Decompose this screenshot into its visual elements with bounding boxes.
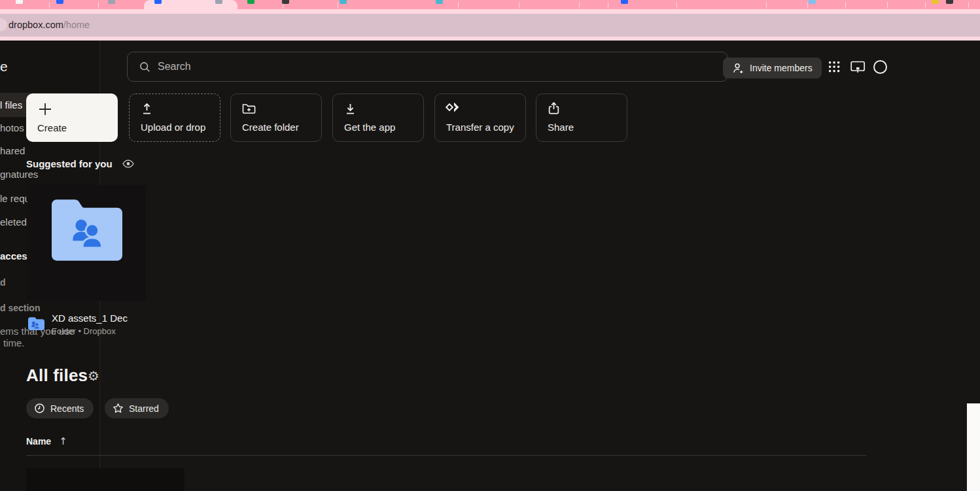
tab-favicon[interactable] (946, 0, 953, 4)
tab-separator (608, 2, 608, 8)
tab-separator (458, 2, 459, 8)
sidebar-helper-text-line2: time. (3, 337, 25, 349)
tab-separator (925, 2, 926, 8)
browser-tab-bar[interactable] (0, 0, 980, 9)
suggested-folder-meta: Folder • Dropbox (52, 326, 116, 336)
get-the-app-button[interactable]: Get the app (332, 93, 424, 142)
tab-favicon[interactable] (621, 0, 628, 4)
account-avatar[interactable] (873, 60, 887, 74)
tab-favicon[interactable] (247, 0, 254, 4)
overlapping-window-edge (967, 403, 980, 491)
address-bar-left-icon (0, 18, 7, 31)
tab-favicon[interactable] (16, 0, 23, 4)
sidebar-item-shared[interactable]: hared (0, 144, 25, 158)
dropbox-home-page: dropbox.com/home e l files hotos hared g… (0, 0, 980, 491)
suggested-folder-name: XD assets_1 Dec (52, 313, 128, 324)
url-host: dropbox.com (9, 20, 63, 30)
sidebar-item-label: l files (0, 93, 22, 117)
eye-icon[interactable] (122, 160, 134, 168)
app-grid-icon[interactable] (829, 61, 840, 73)
tab-separator (968, 2, 969, 8)
transfer-icon (446, 101, 461, 114)
suggested-section-header: Suggested for you (26, 158, 134, 169)
starred-filter-button[interactable]: Starred (105, 398, 169, 418)
create-folder-button[interactable]: Create folder (230, 93, 322, 142)
sidebar-item-starred[interactable]: d (0, 277, 6, 288)
tab-separator (807, 2, 808, 8)
tab-separator (766, 2, 767, 8)
share-label: Share (548, 122, 574, 133)
search-input[interactable]: Search (127, 52, 728, 82)
folder-plus-icon (241, 101, 256, 116)
shared-folder-icon (52, 199, 122, 261)
tab-separator (49, 2, 50, 8)
name-column-header[interactable]: Name ↑ (26, 435, 67, 447)
share-button[interactable]: Share (536, 93, 627, 142)
tab-favicon[interactable] (809, 0, 816, 4)
create-folder-label: Create folder (242, 122, 299, 133)
person-add-icon (732, 62, 744, 75)
starred-label: Starred (129, 403, 159, 414)
dropbox-app: e l files hotos hared gnatures le reques… (0, 41, 980, 491)
get-the-app-label: Get the app (344, 122, 395, 133)
sidebar-item-add-section[interactable]: d section (0, 302, 40, 314)
tab-separator (579, 2, 580, 8)
invite-members-label: Invite members (750, 63, 813, 73)
create-label: Create (37, 122, 67, 133)
clock-icon (34, 403, 45, 414)
download-icon (343, 101, 357, 116)
sidebar-item-signatures[interactable]: gnatures (0, 168, 38, 181)
tab-separator (676, 2, 677, 8)
browser-address-bar[interactable]: dropbox.com/home (0, 14, 980, 37)
plus-icon (37, 101, 54, 118)
recents-label: Recents (50, 403, 84, 414)
tab-favicon[interactable] (108, 0, 115, 4)
recents-filter-button[interactable]: Recents (26, 398, 94, 418)
list-divider (26, 455, 866, 456)
invite-members-button[interactable]: Invite members (723, 58, 822, 78)
tab-separator (338, 2, 338, 8)
star-icon (113, 403, 124, 414)
all-files-heading: All files (26, 365, 88, 386)
tabbar-lower-strip (0, 9, 980, 14)
name-column-label: Name (26, 436, 51, 447)
tab-favicon[interactable] (436, 0, 443, 4)
tab-separator (519, 2, 519, 8)
sort-ascending-icon: ↑ (59, 435, 67, 447)
transfer-a-copy-label: Transfer a copy (446, 122, 514, 133)
tab-separator (98, 2, 99, 8)
file-row-thumbnail[interactable] (26, 468, 184, 491)
upload-icon (140, 101, 154, 116)
page-url: dropbox.com/home (9, 14, 90, 37)
share-icon (547, 101, 561, 116)
transfer-a-copy-button[interactable]: Transfer a copy (434, 93, 526, 142)
tab-favicon[interactable] (282, 0, 289, 4)
sidebar-item-photos[interactable]: hotos (0, 122, 24, 135)
search-icon (139, 61, 150, 73)
small-shared-folder-icon (28, 316, 44, 330)
tab-favicon[interactable] (154, 0, 162, 4)
sidebar-title: e (0, 59, 8, 75)
suggested-folder-card[interactable] (27, 185, 146, 301)
tab-separator (845, 2, 846, 8)
tab-favicon[interactable] (932, 0, 939, 4)
tab-favicon[interactable] (215, 0, 222, 4)
tab-favicon[interactable] (56, 0, 63, 4)
tab-favicon[interactable] (340, 0, 347, 4)
upload-or-drop-button[interactable]: Upload or drop (129, 93, 220, 142)
upload-or-drop-label: Upload or drop (141, 122, 205, 133)
monitor-icon[interactable] (850, 60, 866, 74)
tab-separator (887, 2, 888, 8)
gear-icon[interactable]: ⚙ (88, 368, 99, 384)
search-placeholder: Search (158, 61, 191, 73)
suggested-title: Suggested for you (26, 158, 113, 169)
url-path: /home (63, 20, 90, 30)
create-button[interactable]: Create (26, 93, 118, 142)
